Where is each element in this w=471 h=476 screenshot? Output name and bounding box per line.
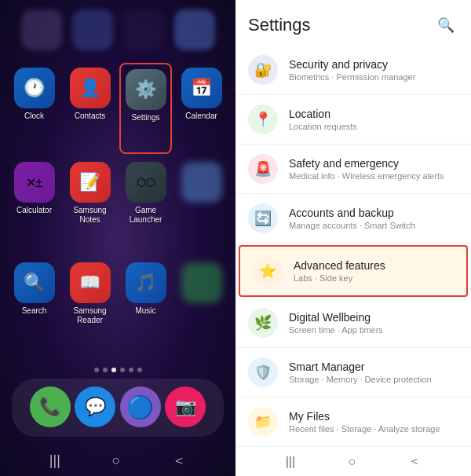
dock-camera[interactable]: 📷 xyxy=(165,386,206,427)
advanced-icon: ⭐ xyxy=(253,256,283,286)
location-title: Location xyxy=(289,108,458,120)
accounts-icon: 🔄 xyxy=(248,203,278,233)
calculator-label: Calculator xyxy=(16,206,52,215)
safety-text: Safety and emergency Medical info · Wire… xyxy=(289,157,458,181)
search-app-icon: 🔍 xyxy=(14,262,55,303)
settings-list: 🔐 Security and privacy Biometrics · Perm… xyxy=(236,46,471,446)
settings-item-location[interactable]: 📍 Location Location requests xyxy=(236,95,471,145)
safety-subtitle: Medical info · Wireless emergency alerts xyxy=(289,171,458,181)
smart-subtitle: Storage · Memory · Device protection xyxy=(289,375,458,384)
blurred-app-4 xyxy=(174,9,215,50)
app-samsung-reader[interactable]: 📖 Samsung Reader xyxy=(64,258,116,355)
contacts-label: Contacts xyxy=(75,112,105,121)
dot-5 xyxy=(129,368,133,372)
game-launcher-label: Game Launcher xyxy=(121,206,170,225)
app-samsung-notes[interactable]: 📝 Samsung Notes xyxy=(64,157,116,254)
smart-icon: 🛡️ xyxy=(248,357,278,387)
blurred-app-1 xyxy=(21,9,62,50)
app-game-launcher[interactable]: ⬡⬡ Game Launcher xyxy=(119,157,172,254)
files-title: My Files xyxy=(289,410,458,423)
settings-item-digital[interactable]: 🌿 Digital Wellbeing Screen time · App ti… xyxy=(236,298,471,348)
files-subtitle: Recent files · Storage · Analyze storage xyxy=(289,424,458,434)
settings-panel: Settings 🔍 🔐 Security and privacy Biomet… xyxy=(236,0,471,476)
digital-subtitle: Screen time · App timers xyxy=(289,325,458,335)
search-icon: 🔍 xyxy=(437,16,455,34)
app-calendar[interactable]: 📅 Calendar xyxy=(175,63,228,154)
app-settings[interactable]: ⚙️ Settings xyxy=(119,63,172,154)
nav-back[interactable]: ＜ xyxy=(172,451,186,470)
files-text: My Files Recent files · Storage · Analyz… xyxy=(289,410,458,434)
phone-nav-bar: ||| ○ ＜ xyxy=(0,445,236,476)
samsung-reader-label: Samsung Reader xyxy=(65,306,115,325)
digital-icon: 🌿 xyxy=(248,308,278,338)
accounts-text: Accounts and backup Manage accounts · Sm… xyxy=(289,207,458,230)
nav-home[interactable]: ○ xyxy=(112,452,121,469)
digital-text: Digital Wellbeing Screen time · App time… xyxy=(289,311,458,335)
game-launcher-icon: ⬡⬡ xyxy=(126,162,166,203)
location-icon: 📍 xyxy=(248,104,278,134)
app-clock[interactable]: 🕐 Clock xyxy=(8,63,60,154)
calendar-label: Calendar xyxy=(185,112,217,121)
security-subtitle: Biometrics · Permission manager xyxy=(289,72,458,82)
dot-3 xyxy=(111,368,116,372)
smart-text: Smart Manager Storage · Memory · Device … xyxy=(289,361,458,384)
accounts-title: Accounts and backup xyxy=(289,207,458,219)
safety-icon: 🚨 xyxy=(248,154,278,184)
app-contacts[interactable]: 👤 Contacts xyxy=(64,63,116,154)
settings-search-button[interactable]: 🔍 xyxy=(433,13,458,38)
dock-messages[interactable]: 💬 xyxy=(75,386,115,427)
samsung-reader-icon: 📖 xyxy=(70,262,111,303)
clock-label: Clock xyxy=(24,112,44,121)
search-label: Search xyxy=(22,306,47,316)
app-music[interactable]: 🎵 Music xyxy=(119,258,172,355)
music-icon: 🎵 xyxy=(126,262,166,303)
bottom-dock: 📞 💬 🔵 📷 xyxy=(12,379,224,437)
calculator-icon: ✕± xyxy=(14,162,55,203)
settings-item-files[interactable]: 📁 My Files Recent files · Storage · Anal… xyxy=(236,397,471,446)
app-blurred-4 xyxy=(175,157,228,254)
music-label: Music xyxy=(135,306,155,316)
settings-nav-back[interactable]: ＜ xyxy=(408,453,421,470)
files-icon: 📁 xyxy=(248,407,278,437)
dot-1 xyxy=(94,368,99,372)
dock-phone[interactable]: 📞 xyxy=(30,386,71,427)
blurred-app-3 xyxy=(123,9,164,50)
settings-item-security[interactable]: 🔐 Security and privacy Biometrics · Perm… xyxy=(236,46,471,95)
blurred-icon-4 xyxy=(181,162,222,203)
smart-title: Smart Manager xyxy=(289,361,458,373)
app-blurred-7 xyxy=(175,258,228,355)
app-search[interactable]: 🔍 Search xyxy=(8,258,60,355)
dock-bixby[interactable]: 🔵 xyxy=(120,386,161,427)
settings-nav-home[interactable]: ○ xyxy=(348,455,356,469)
settings-label: Settings xyxy=(131,113,159,123)
app-grid: 🕐 Clock 👤 Contacts ⚙️ Settings 📅 Calenda… xyxy=(0,57,236,361)
accounts-subtitle: Manage accounts · Smart Switch xyxy=(289,221,458,230)
samsung-notes-label: Samsung Notes xyxy=(65,206,115,225)
settings-item-safety[interactable]: 🚨 Safety and emergency Medical info · Wi… xyxy=(236,145,471,194)
app-calculator[interactable]: ✕± Calculator xyxy=(8,157,60,254)
safety-title: Safety and emergency xyxy=(289,157,458,170)
clock-icon: 🕐 xyxy=(14,68,55,108)
settings-item-accounts[interactable]: 🔄 Accounts and backup Manage accounts · … xyxy=(236,194,471,243)
dot-2 xyxy=(103,368,108,372)
contacts-icon: 👤 xyxy=(70,68,111,108)
settings-header: Settings 🔍 xyxy=(236,0,471,46)
calendar-icon: 📅 xyxy=(181,68,222,108)
nav-menu[interactable]: ||| xyxy=(49,452,60,469)
security-text: Security and privacy Biometrics · Permis… xyxy=(289,58,458,82)
settings-title: Settings xyxy=(248,15,311,35)
phone-screen: 🕐 Clock 👤 Contacts ⚙️ Settings 📅 Calenda… xyxy=(0,0,236,476)
blurred-apps-row xyxy=(0,0,236,57)
digital-title: Digital Wellbeing xyxy=(289,311,458,324)
settings-icon: ⚙️ xyxy=(126,69,166,110)
security-title: Security and privacy xyxy=(289,58,458,71)
settings-item-advanced[interactable]: ⭐ Advanced features Labs · Side key xyxy=(239,245,468,297)
page-dots xyxy=(0,361,236,379)
settings-nav-menu[interactable]: ||| xyxy=(286,455,295,469)
advanced-title: Advanced features xyxy=(294,259,454,272)
dot-4 xyxy=(120,368,125,372)
settings-item-smart[interactable]: 🛡️ Smart Manager Storage · Memory · Devi… xyxy=(236,348,471,397)
advanced-text: Advanced features Labs · Side key xyxy=(294,259,454,283)
dot-6 xyxy=(137,368,142,372)
samsung-notes-icon: 📝 xyxy=(70,162,111,203)
